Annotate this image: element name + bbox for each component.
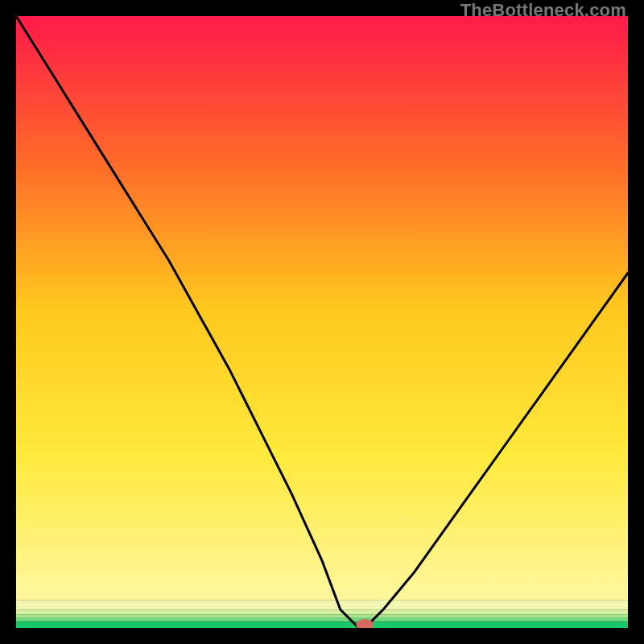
svg-rect-5 — [16, 621, 628, 628]
svg-rect-3 — [16, 614, 628, 618]
chart-frame: TheBottleneck.com — [0, 0, 644, 644]
watermark-text: TheBottleneck.com — [460, 0, 626, 21]
svg-rect-0 — [16, 16, 628, 601]
bottleneck-chart — [16, 16, 628, 628]
svg-rect-2 — [16, 609, 628, 614]
svg-rect-4 — [16, 618, 628, 622]
plot-area — [16, 16, 628, 628]
svg-rect-1 — [16, 601, 628, 609]
